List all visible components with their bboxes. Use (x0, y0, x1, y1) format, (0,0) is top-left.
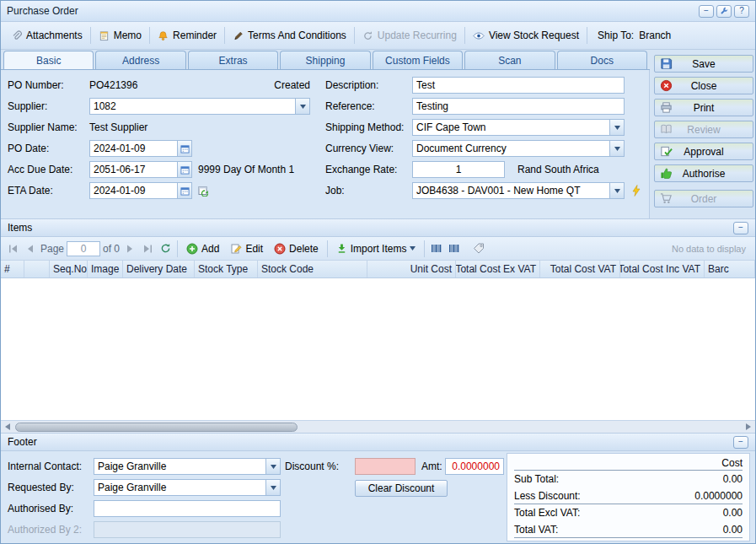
print-button[interactable]: Print (654, 99, 753, 116)
eta-date-field[interactable]: 2024-01-09 (89, 182, 192, 199)
requested-by-combo[interactable]: Paige Granville (94, 479, 281, 496)
customize-button[interactable] (716, 5, 732, 18)
column-header-stock-type[interactable]: Stock Type (195, 261, 258, 277)
refresh-button[interactable] (158, 241, 173, 256)
tab-shipping[interactable]: Shipping (280, 51, 370, 69)
exchange-rate-input[interactable] (412, 161, 505, 178)
calendar-refresh-icon (198, 186, 210, 197)
clear-discount-button[interactable]: Clear Discount (355, 480, 448, 497)
discount-percent-input[interactable] (355, 458, 416, 475)
page-input[interactable] (67, 241, 100, 256)
column-header-image[interactable]: Image (88, 261, 123, 277)
reminder-button[interactable]: Reminder (152, 26, 223, 45)
ship-to-value[interactable]: Branch (639, 30, 671, 41)
eta-date-label: ETA Date: (8, 182, 53, 199)
scan-barcode-button[interactable] (429, 241, 444, 256)
next-page-button[interactable] (122, 241, 137, 256)
column-header-seqno[interactable]: Seq.No (50, 261, 88, 277)
scrollbar-thumb[interactable] (15, 423, 298, 432)
job-combo[interactable]: JOB4638 - DAV001 - New Home QT (412, 182, 625, 199)
column-header-total-vat[interactable]: Total Cost VAT (540, 261, 620, 277)
po-date-field[interactable]: 2024-01-09 (89, 140, 192, 157)
calendar-icon[interactable] (177, 141, 191, 156)
acc-due-note: 9999 Day Of Month 1 (198, 161, 294, 178)
shipping-method-combo[interactable]: CIF Cape Town (412, 119, 625, 136)
grid-body[interactable] (1, 278, 755, 420)
job-quick-button[interactable] (629, 183, 644, 198)
acc-due-date-field[interactable]: 2051-06-17 (89, 161, 192, 178)
chevron-down-icon[interactable] (265, 480, 280, 495)
labels-button[interactable] (471, 241, 486, 256)
review-label: Review (687, 124, 720, 136)
paperclip-icon (11, 30, 22, 41)
column-header-barcode[interactable]: Barc (705, 261, 755, 277)
footer-content: Internal Contact: Paige Granville Reques… (1, 451, 755, 543)
horizontal-scrollbar[interactable] (1, 420, 755, 433)
tab-scan[interactable]: Scan (464, 51, 555, 69)
save-button[interactable]: Save (654, 55, 753, 73)
import-items-button[interactable]: Import Items (332, 240, 421, 257)
recalc-eta-button[interactable] (196, 183, 212, 198)
separator (587, 27, 587, 44)
sub-total-value: 0.00 (723, 473, 743, 485)
tab-docs[interactable]: Docs (557, 51, 647, 69)
add-button[interactable]: Add (182, 240, 223, 257)
print-barcode-button[interactable] (447, 241, 462, 256)
close-button[interactable]: Close (654, 77, 753, 94)
chevron-down-icon[interactable] (265, 459, 280, 474)
internal-contact-combo[interactable]: Paige Granville (94, 458, 281, 475)
grid-header: # Seq.No Image Delivery Date Stock Type … (1, 261, 755, 278)
terms-and-conditions-button[interactable]: Terms And Conditions (227, 26, 352, 45)
save-icon (660, 57, 673, 70)
chevron-down-icon[interactable] (295, 99, 309, 114)
approval-icon (660, 145, 673, 158)
column-header-delivery-date[interactable]: Delivery Date (123, 261, 195, 277)
authorise-button[interactable]: Authorise (654, 164, 753, 182)
tab-address[interactable]: Address (95, 51, 185, 69)
column-header-number[interactable]: # (1, 261, 24, 277)
attachments-button[interactable]: Attachments (5, 26, 88, 45)
scroll-left-button[interactable] (1, 421, 14, 434)
view-stock-request-button[interactable]: View Stock Request (467, 26, 585, 45)
chevron-down-icon[interactable] (609, 120, 624, 135)
last-page-button[interactable] (140, 241, 155, 256)
tab-custom-fields[interactable]: Custom Fields (373, 51, 463, 69)
calendar-icon[interactable] (177, 183, 191, 198)
description-input[interactable] (412, 77, 625, 94)
no-data-text: No data to display (672, 244, 751, 254)
tab-extras[interactable]: Extras (188, 51, 278, 69)
main-area: Basic Address Extras Shipping Custom Fie… (1, 50, 755, 218)
approval-button[interactable]: Approval (654, 143, 753, 160)
first-page-button[interactable] (5, 241, 20, 256)
calendar-icon[interactable] (177, 162, 191, 177)
close-label: Close (691, 80, 717, 92)
column-header-stock-code[interactable]: Stock Code (258, 261, 367, 277)
footer-section: Footer − Internal Contact: Paige Granvil… (1, 433, 755, 543)
delete-button[interactable]: Delete (270, 240, 323, 257)
collapse-footer-button[interactable]: − (733, 436, 748, 449)
column-header-blank[interactable] (24, 261, 50, 277)
separator (90, 27, 91, 44)
supplier-combo[interactable]: 1082 (89, 98, 310, 115)
memo-button[interactable]: Memo (93, 26, 147, 45)
column-header-unit-cost[interactable]: Unit Cost (367, 261, 456, 277)
help-button[interactable]: ? (734, 5, 749, 18)
reference-input[interactable] (412, 98, 625, 115)
chevron-down-icon[interactable] (609, 183, 624, 198)
minimize-button[interactable]: − (699, 5, 714, 18)
collapse-items-button[interactable]: − (733, 222, 748, 234)
close-icon (660, 79, 673, 92)
currency-view-combo[interactable]: Document Currency (412, 140, 625, 157)
scroll-right-button[interactable] (742, 421, 755, 434)
edit-button[interactable]: Edit (226, 240, 267, 257)
total-vat-row: Total VAT: 0.00 (514, 521, 743, 538)
discount-amount-input[interactable] (445, 458, 504, 475)
previous-page-button[interactable] (23, 241, 38, 256)
column-header-total-inc-vat[interactable]: Total Cost Inc VAT (620, 261, 705, 277)
authorised-by-input[interactable] (94, 500, 281, 517)
tab-basic[interactable]: Basic (3, 51, 94, 69)
column-header-total-ex-vat[interactable]: Total Cost Ex VAT (456, 261, 540, 277)
scrollbar-track[interactable] (14, 421, 742, 434)
separator (464, 27, 465, 44)
chevron-down-icon[interactable] (609, 141, 624, 156)
